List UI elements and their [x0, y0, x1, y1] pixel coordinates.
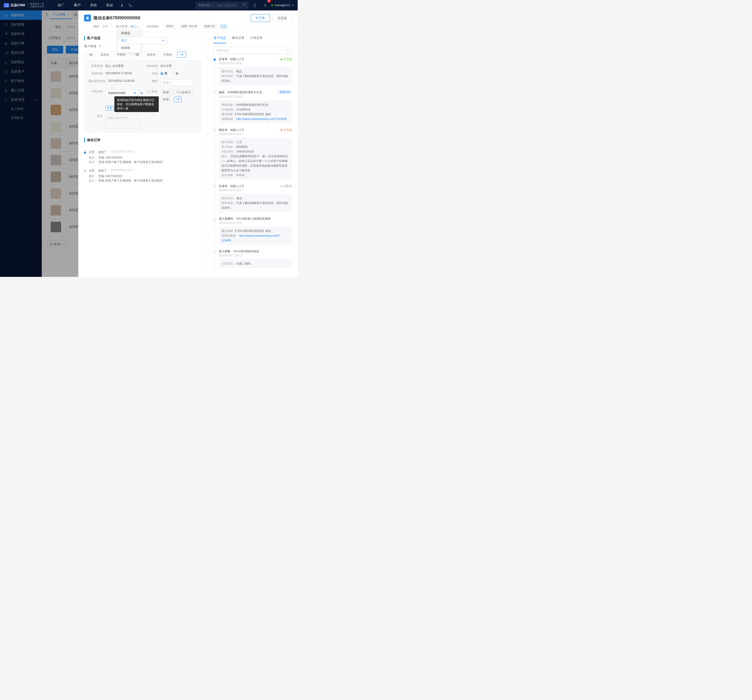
rtab-activity[interactable]: 客户动态	[214, 36, 226, 44]
info-grid: 获客来源线上-北京昱新 好友来源名片分享 添加时间2021/09/10 12:0…	[84, 60, 202, 133]
dd-item[interactable]: 师馨薇	[118, 30, 141, 37]
nav-promo[interactable]: 推广	[53, 0, 69, 11]
locate-icon[interactable]: ⊕	[140, 92, 143, 95]
drawer-left: 客户信息 客户标签✎ 一般高意向中意向一般高意向中意向+4 获客来源线上-北京昱…	[78, 32, 208, 277]
personal-tag[interactable]: 个人标签12	[174, 90, 193, 95]
nav-qc[interactable]: 质检	[85, 0, 102, 11]
svg-rect-5	[88, 17, 88, 18]
bell-icon[interactable]: 5	[261, 0, 269, 11]
top-nav: 推广 客户 质检 数据	[53, 0, 118, 11]
timeline-dot	[214, 91, 216, 93]
phone-pill[interactable]: 手机	[106, 106, 114, 110]
phone-tooltip: 查询到此手机号码在系统中已存在，可以将两条客户数据合并为一条	[114, 96, 159, 112]
radio-female[interactable]: 女	[172, 72, 179, 75]
search-icon[interactable]	[242, 3, 247, 8]
building-icon	[84, 15, 91, 22]
rtab-orders[interactable]: 订单记录	[250, 36, 263, 44]
mobile-icon[interactable]	[250, 0, 259, 11]
timeline-dot	[214, 251, 216, 253]
timeline-item: 定金单创建人小王已取消 2020/01/30 01:38:27 跟单方式：电话跟…	[214, 184, 292, 212]
logo-icon	[4, 3, 9, 7]
drawer-header: 微信名称6789990000966 代下单 交定金 昵称：小王 | 客户经理：张…	[78, 11, 298, 32]
personal-tag[interactable]: 标签1	[160, 90, 172, 95]
deposit-button[interactable]: 交定金	[273, 14, 292, 22]
person-icon[interactable]	[118, 0, 126, 11]
manager-dropdown[interactable]: 张三	[130, 25, 138, 28]
timeline-item: 定金单创建人小王已完成 2020/01/30 01:38:27 跟单方式：电话跟…	[214, 57, 292, 85]
view-detail[interactable]: 查看详情	[278, 90, 292, 95]
timeline-dot	[214, 185, 216, 188]
customer-tag[interactable]: 高意向	[144, 52, 158, 58]
nav-customer[interactable]: 客户	[69, 0, 85, 11]
logo: 云朵CRM 教育机构一站式服务云平台	[0, 3, 48, 8]
tag-more[interactable]: +4	[177, 52, 186, 58]
nav-data[interactable]: 数据	[102, 0, 118, 11]
svg-rect-4	[87, 17, 87, 18]
drawer-right: 客户动态 聊天记录 订单记录 全部动态 定金单创建人小王已完成 2020/01/…	[208, 32, 298, 277]
customer-tag[interactable]: 一般	[84, 52, 96, 58]
dd-item[interactable]: 张三✓	[118, 37, 167, 44]
svg-point-1	[243, 3, 245, 5]
timeline-dot	[214, 218, 216, 220]
customer-tags-label: 客户标签	[84, 44, 96, 48]
timeline-item: 报名单创建人小王已失败 2020/01/30 01:38:27 客户经理：小王客…	[214, 128, 292, 179]
svg-rect-2	[254, 4, 255, 7]
customer-drawer: 微信名称6789990000966 代下单 交定金 昵称：小王 | 客户经理：张…	[78, 11, 298, 277]
link[interactable]: http://www.yunduoketang.com/?123456	[236, 117, 287, 120]
search-type-select[interactable]: 手机号码	[196, 2, 214, 9]
section-history: 修改记录	[84, 138, 202, 142]
radio-male[interactable]: 男	[160, 72, 167, 75]
phone-icon[interactable]	[126, 0, 134, 11]
order-button[interactable]: 代下单	[251, 14, 270, 22]
group-pill[interactable]: 群聊三	[165, 24, 176, 29]
logo-subtitle: 教育机构一站式服务云平台	[28, 3, 44, 8]
check-icon: ✓	[162, 39, 164, 42]
status-dot	[271, 5, 273, 6]
activity-timeline: 定金单创建人小王已完成 2020/01/30 01:38:27 跟单方式：电话跟…	[208, 57, 298, 277]
search-area: 手机号码	[196, 2, 247, 9]
timeline-dot	[214, 129, 216, 131]
customer-tag[interactable]: 高意向	[98, 52, 112, 58]
manager-dropdown-menu: 师馨薇 张三✓ 俱保咏	[118, 28, 141, 53]
personal-tag[interactable]: 标签1	[160, 96, 172, 102]
history-item: 小王更新了2021/01/30 01:38:27微信：空值-1367218282…	[84, 150, 202, 164]
timeline-dot	[84, 151, 86, 154]
timeline-item: 进入直播间759-59班第三期理财直播课 2021/01/30 01:38:27…	[214, 217, 292, 245]
notification-badge: 5	[267, 0, 271, 3]
timeline-dot	[214, 59, 216, 61]
svg-rect-3	[86, 17, 89, 20]
group-pill[interactable]: 群聊一群大群	[180, 24, 199, 29]
chevron-down-icon	[292, 5, 294, 7]
group-more[interactable]: +4	[221, 25, 226, 28]
svg-point-0	[121, 4, 123, 5]
topbar: 云朵CRM 教育机构一站式服务云平台 推广 客户 质检 数据 手机号码 5 ma…	[0, 0, 298, 11]
remark-textarea[interactable]: 请输入备注内容	[106, 114, 140, 129]
history-item: 小王更新了2021/01/30 01:38:27微信：空值-1367218282…	[84, 169, 202, 183]
timeline-item: 购买4399理财课进阶课程大礼包查看详情 2021/01/30 01:38:27…	[214, 90, 292, 123]
drawer-title: 微信名称6789990000966	[93, 16, 140, 21]
logo-text: 云朵CRM	[11, 3, 25, 8]
timeline-dot	[84, 170, 86, 172]
group-pill[interactable]: 群聊六群	[203, 24, 217, 29]
timeline-item: 加入群聊759-59班理财训练营 2021/01/30 01:38:27 入群方…	[214, 249, 292, 268]
activity-filter[interactable]: 全部动态	[214, 47, 292, 54]
ptag-more[interactable]: +4	[174, 96, 182, 102]
duplicate-icon[interactable]: ⧉	[134, 92, 136, 95]
rtab-chat[interactable]: 聊天记录	[232, 36, 244, 44]
customer-tag[interactable]: 中意向	[161, 52, 175, 58]
user-name: manager11	[274, 3, 291, 7]
user-menu[interactable]: manager11	[271, 3, 294, 7]
wx-input[interactable]	[160, 79, 194, 86]
edit-icon[interactable]: ✎	[99, 45, 101, 48]
dd-item[interactable]: 俱保咏	[118, 44, 141, 51]
